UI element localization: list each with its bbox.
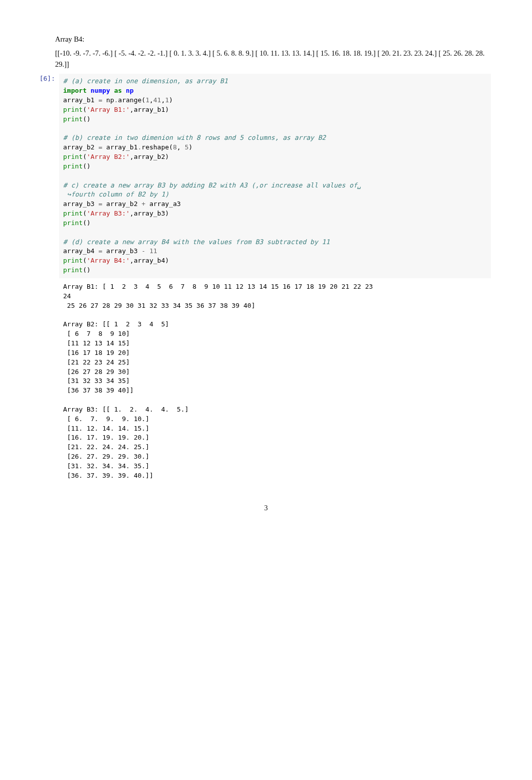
- array-b4-heading: Array B4:: [55, 34, 497, 45]
- input-prompt: [6]:: [35, 74, 59, 84]
- page-number: 3: [35, 503, 497, 513]
- code-source: # (a) create in one dimension, as array …: [59, 74, 491, 278]
- code-cell: [6]:# (a) create in one dimension, as ar…: [35, 74, 497, 278]
- output-stream: Array B1: [ 1 2 3 4 5 6 7 8 9 10 11 12 1…: [59, 280, 497, 483]
- array-b4-values: [[-10. -9. -7. -7. -6.] [ -5. -4. -2. -2…: [55, 48, 497, 70]
- prose-block: Array B4: [[-10. -9. -7. -7. -6.] [ -5. …: [55, 34, 497, 70]
